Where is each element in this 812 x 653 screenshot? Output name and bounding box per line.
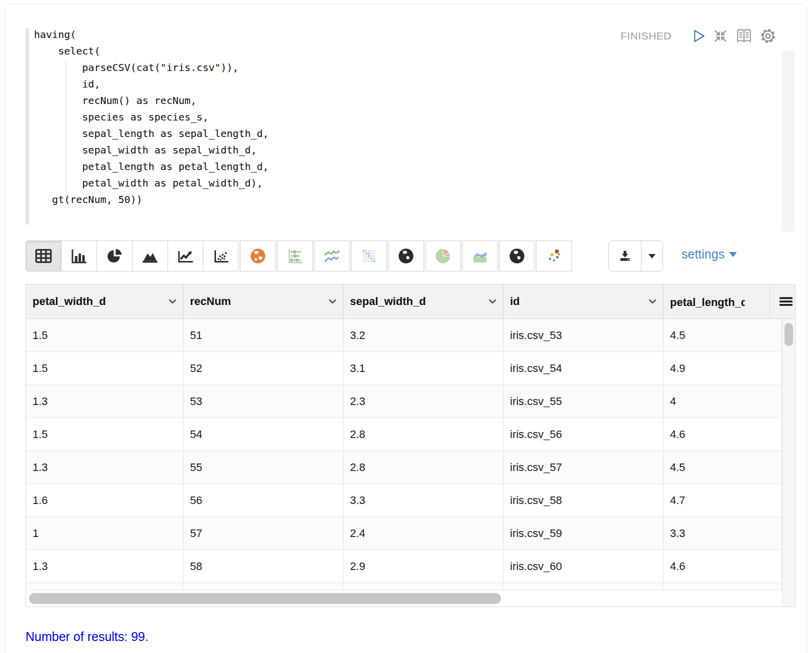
status-badge: FINISHED bbox=[620, 30, 672, 42]
table-body: 1.5 51 3.2 iris.csv_53 4.5 1.5 52 3.1 ir… bbox=[26, 319, 795, 606]
table-row: 1.5 54 2.8 iris.csv_56 4.6 bbox=[26, 418, 795, 451]
viz-pie-color-button[interactable] bbox=[425, 240, 461, 272]
code-text[interactable]: having( select( parseCSV(cat("iris.csv")… bbox=[34, 26, 269, 208]
table-cell bbox=[344, 583, 504, 590]
table-cell: 4.6 bbox=[664, 418, 782, 451]
pie-color-icon bbox=[434, 247, 452, 265]
table-cell: iris.csv_58 bbox=[504, 484, 664, 517]
table-menu-button[interactable] bbox=[770, 284, 795, 318]
column-header-id[interactable]: id bbox=[504, 284, 664, 318]
editor-gutter bbox=[26, 28, 29, 224]
viz-multi-line-button[interactable] bbox=[314, 240, 350, 272]
results-table: petal_width_d recNum sepal_width_d id pe… bbox=[26, 284, 796, 607]
table-cell: 53 bbox=[184, 385, 344, 418]
table-row: 1.5 51 3.2 iris.csv_53 4.5 bbox=[26, 319, 795, 352]
table-cell: iris.csv_60 bbox=[504, 550, 664, 583]
zeppelin-paragraph: having( select( parseCSV(cat("iris.csv")… bbox=[0, 0, 812, 653]
viz-heatmap-button[interactable] bbox=[351, 240, 387, 272]
table-header-row: petal_width_d recNum sepal_width_d id pe… bbox=[26, 284, 795, 319]
results-count: Number of results: 99. bbox=[26, 630, 148, 644]
heatmap-icon bbox=[360, 247, 378, 265]
viz-map-dark-button[interactable] bbox=[388, 240, 424, 272]
chevron-down-icon[interactable] bbox=[488, 298, 497, 304]
table-cell: 3.3 bbox=[344, 484, 504, 517]
table-cell bbox=[26, 583, 184, 590]
column-header-recnum[interactable]: recNum bbox=[184, 284, 344, 318]
download-split-button bbox=[608, 240, 663, 272]
table-cell: 2.3 bbox=[344, 385, 504, 418]
column-label: petal_width_d bbox=[32, 295, 106, 308]
table-cell: 4.5 bbox=[664, 451, 782, 484]
table-cell: 2.4 bbox=[344, 517, 504, 550]
globe-dark2-icon bbox=[508, 247, 526, 265]
download-icon bbox=[618, 250, 632, 262]
table-row: 1.3 58 2.9 iris.csv_60 4.6 bbox=[26, 550, 795, 583]
area-chart-icon bbox=[141, 248, 159, 264]
globe-dark-icon bbox=[397, 247, 415, 265]
vertical-scrollbar bbox=[782, 319, 795, 606]
table-cell: 55 bbox=[184, 451, 344, 484]
table-cell: 57 bbox=[184, 517, 344, 550]
download-options-caret-button[interactable] bbox=[641, 240, 663, 272]
viz-line-chart-button[interactable] bbox=[168, 240, 204, 272]
table-cell: iris.csv_55 bbox=[504, 385, 664, 418]
play-icon bbox=[692, 28, 706, 44]
visualization-toolbar: settings bbox=[26, 240, 796, 272]
viz-map-dark2-button[interactable] bbox=[499, 240, 535, 272]
table-cell: 1.3 bbox=[26, 451, 184, 484]
code-editor[interactable]: having( select( parseCSV(cat("iris.csv")… bbox=[26, 26, 796, 230]
viz-area-color-button[interactable] bbox=[462, 240, 498, 272]
table-row: 1.3 53 2.3 iris.csv_55 4 bbox=[26, 385, 795, 418]
chevron-down-icon[interactable] bbox=[328, 298, 337, 304]
download-button[interactable] bbox=[608, 240, 642, 272]
column-header-sepal-width[interactable]: sepal_width_d bbox=[344, 284, 504, 318]
collapse-editor-button[interactable] bbox=[712, 28, 728, 44]
paragraph-settings-button[interactable] bbox=[760, 28, 776, 44]
editor-scrollbar[interactable] bbox=[782, 50, 794, 232]
scatter-chart-icon bbox=[212, 248, 230, 264]
chevron-down-icon[interactable] bbox=[168, 298, 177, 304]
viz-table-button[interactable] bbox=[26, 240, 62, 272]
run-button[interactable] bbox=[692, 28, 706, 44]
viz-map-orange-button[interactable] bbox=[240, 240, 276, 272]
table-cell: 51 bbox=[184, 319, 344, 352]
show-output-button[interactable] bbox=[736, 28, 752, 44]
table-cell: 1.6 bbox=[26, 484, 184, 517]
table-row: 1.3 55 2.8 iris.csv_57 4.5 bbox=[26, 451, 795, 484]
table-cell: iris.csv_54 bbox=[504, 352, 664, 385]
viz-pie-chart-button[interactable] bbox=[96, 240, 132, 272]
chevron-down-icon[interactable] bbox=[648, 298, 657, 304]
bar-chart-icon bbox=[70, 248, 88, 264]
table-icon bbox=[34, 248, 52, 264]
column-header-petal-width[interactable]: petal_width_d bbox=[26, 284, 184, 318]
column-header-petal-length[interactable]: petal_length_d bbox=[664, 284, 770, 318]
viz-bubble-grid-button[interactable] bbox=[277, 240, 313, 272]
globe-orange-icon bbox=[249, 247, 267, 265]
viz-area-chart-button[interactable] bbox=[132, 240, 168, 272]
viz-scatter-color-button[interactable] bbox=[536, 240, 572, 272]
table-cell: 1.5 bbox=[26, 418, 184, 451]
table-cell: 58 bbox=[184, 550, 344, 583]
multi-line-icon bbox=[323, 247, 341, 265]
table-cell: 56 bbox=[184, 484, 344, 517]
paragraph-card: having( select( parseCSV(cat("iris.csv")… bbox=[5, 4, 807, 653]
table-cell: 52 bbox=[184, 352, 344, 385]
table-cell: 3.1 bbox=[344, 352, 504, 385]
bubble-grid-icon bbox=[286, 247, 304, 265]
settings-label: settings bbox=[682, 247, 724, 262]
column-label: id bbox=[510, 295, 520, 308]
table-cell: iris.csv_53 bbox=[504, 319, 664, 352]
scatter-color-icon bbox=[545, 247, 563, 265]
column-label: sepal_width_d bbox=[350, 295, 426, 308]
vertical-scrollbar-thumb[interactable] bbox=[784, 323, 793, 346]
table-cell: 4.6 bbox=[664, 550, 782, 583]
horizontal-scrollbar-thumb[interactable] bbox=[29, 593, 501, 604]
table-cell: 54 bbox=[184, 418, 344, 451]
table-cell: 1.5 bbox=[26, 352, 184, 385]
table-cell: 3.3 bbox=[664, 517, 782, 550]
settings-dropdown[interactable]: settings bbox=[682, 247, 737, 262]
viz-bar-chart-button[interactable] bbox=[61, 240, 97, 272]
viz-scatter-chart-button[interactable] bbox=[203, 240, 239, 272]
table-cell: 2.9 bbox=[344, 550, 504, 583]
table-row-partial bbox=[26, 583, 795, 590]
